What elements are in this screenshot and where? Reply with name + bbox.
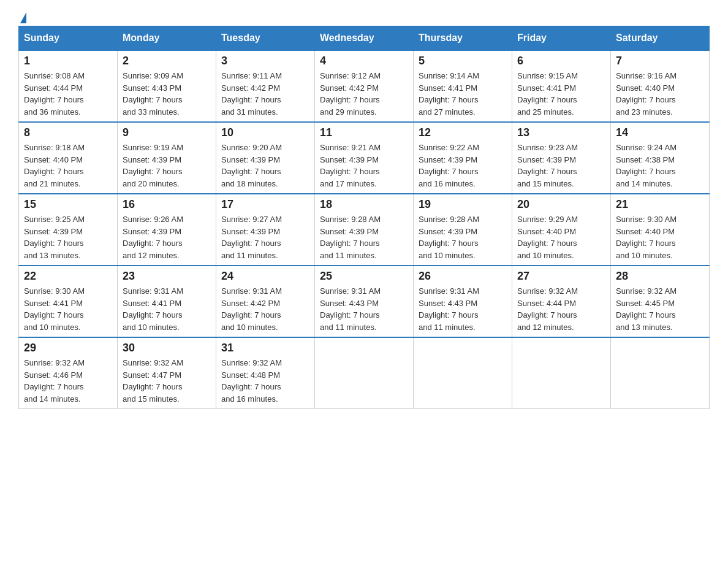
calendar-header-saturday: Saturday bbox=[611, 26, 710, 51]
day-number: 10 bbox=[221, 126, 309, 139]
day-info: Sunrise: 9:25 AM Sunset: 4:39 PM Dayligh… bbox=[24, 213, 112, 261]
calendar-cell: 22 Sunrise: 9:30 AM Sunset: 4:41 PM Dayl… bbox=[19, 266, 118, 337]
day-number: 15 bbox=[24, 198, 112, 211]
day-number: 17 bbox=[221, 198, 309, 211]
logo bbox=[18, 12, 26, 20]
calendar-cell: 17 Sunrise: 9:27 AM Sunset: 4:39 PM Dayl… bbox=[216, 194, 315, 266]
day-info: Sunrise: 9:31 AM Sunset: 4:43 PM Dayligh… bbox=[419, 285, 507, 333]
day-number: 9 bbox=[123, 126, 211, 139]
day-number: 14 bbox=[616, 126, 704, 139]
day-number: 22 bbox=[24, 270, 112, 283]
calendar-cell: 1 Sunrise: 9:08 AM Sunset: 4:44 PM Dayli… bbox=[19, 50, 118, 122]
day-info: Sunrise: 9:26 AM Sunset: 4:39 PM Dayligh… bbox=[123, 213, 211, 261]
calendar-cell: 21 Sunrise: 9:30 AM Sunset: 4:40 PM Dayl… bbox=[611, 194, 710, 266]
day-number: 23 bbox=[123, 270, 211, 283]
day-number: 1 bbox=[24, 55, 112, 67]
day-info: Sunrise: 9:20 AM Sunset: 4:39 PM Dayligh… bbox=[221, 142, 309, 190]
calendar-cell: 31 Sunrise: 9:32 AM Sunset: 4:48 PM Dayl… bbox=[216, 337, 315, 409]
calendar-cell: 14 Sunrise: 9:24 AM Sunset: 4:38 PM Dayl… bbox=[611, 122, 710, 194]
logo-row1 bbox=[18, 12, 26, 23]
day-number: 29 bbox=[24, 342, 112, 354]
calendar-cell: 30 Sunrise: 9:32 AM Sunset: 4:47 PM Dayl… bbox=[118, 337, 216, 409]
day-info: Sunrise: 9:23 AM Sunset: 4:39 PM Dayligh… bbox=[517, 142, 605, 190]
day-info: Sunrise: 9:28 AM Sunset: 4:39 PM Dayligh… bbox=[419, 213, 507, 261]
day-info: Sunrise: 9:29 AM Sunset: 4:40 PM Dayligh… bbox=[517, 213, 605, 261]
day-number: 8 bbox=[24, 126, 112, 139]
day-info: Sunrise: 9:32 AM Sunset: 4:45 PM Dayligh… bbox=[616, 285, 704, 333]
calendar-cell: 19 Sunrise: 9:28 AM Sunset: 4:39 PM Dayl… bbox=[414, 194, 512, 266]
day-number: 24 bbox=[221, 270, 309, 283]
day-number: 20 bbox=[517, 198, 605, 211]
calendar-week-1: 1 Sunrise: 9:08 AM Sunset: 4:44 PM Dayli… bbox=[19, 50, 710, 122]
calendar-cell: 8 Sunrise: 9:18 AM Sunset: 4:40 PM Dayli… bbox=[19, 122, 118, 194]
day-info: Sunrise: 9:27 AM Sunset: 4:39 PM Dayligh… bbox=[221, 213, 309, 261]
day-info: Sunrise: 9:31 AM Sunset: 4:41 PM Dayligh… bbox=[123, 285, 211, 333]
day-info: Sunrise: 9:09 AM Sunset: 4:43 PM Dayligh… bbox=[123, 70, 211, 118]
calendar-cell bbox=[414, 337, 512, 409]
calendar-cell: 4 Sunrise: 9:12 AM Sunset: 4:42 PM Dayli… bbox=[315, 50, 414, 122]
calendar-cell: 9 Sunrise: 9:19 AM Sunset: 4:39 PM Dayli… bbox=[118, 122, 216, 194]
calendar-header-thursday: Thursday bbox=[414, 26, 512, 51]
page-header bbox=[18, 12, 710, 20]
day-info: Sunrise: 9:31 AM Sunset: 4:42 PM Dayligh… bbox=[221, 285, 309, 333]
day-info: Sunrise: 9:32 AM Sunset: 4:46 PM Dayligh… bbox=[24, 357, 112, 405]
day-number: 13 bbox=[517, 126, 605, 139]
day-number: 31 bbox=[221, 342, 309, 354]
calendar-week-4: 22 Sunrise: 9:30 AM Sunset: 4:41 PM Dayl… bbox=[19, 266, 710, 337]
day-number: 6 bbox=[517, 55, 605, 67]
day-info: Sunrise: 9:30 AM Sunset: 4:40 PM Dayligh… bbox=[616, 213, 704, 261]
calendar-week-3: 15 Sunrise: 9:25 AM Sunset: 4:39 PM Dayl… bbox=[19, 194, 710, 266]
day-info: Sunrise: 9:22 AM Sunset: 4:39 PM Dayligh… bbox=[419, 142, 507, 190]
calendar-table: SundayMondayTuesdayWednesdayThursdayFrid… bbox=[18, 26, 710, 409]
day-number: 5 bbox=[419, 55, 507, 67]
calendar-cell: 27 Sunrise: 9:32 AM Sunset: 4:44 PM Dayl… bbox=[512, 266, 611, 337]
calendar-cell: 10 Sunrise: 9:20 AM Sunset: 4:39 PM Dayl… bbox=[216, 122, 315, 194]
calendar-cell: 28 Sunrise: 9:32 AM Sunset: 4:45 PM Dayl… bbox=[611, 266, 710, 337]
calendar-cell bbox=[611, 337, 710, 409]
day-number: 19 bbox=[419, 198, 507, 211]
day-number: 30 bbox=[123, 342, 211, 354]
day-number: 11 bbox=[320, 126, 408, 139]
day-number: 12 bbox=[419, 126, 507, 139]
calendar-header-monday: Monday bbox=[118, 26, 216, 51]
calendar-cell: 7 Sunrise: 9:16 AM Sunset: 4:40 PM Dayli… bbox=[611, 50, 710, 122]
day-info: Sunrise: 9:19 AM Sunset: 4:39 PM Dayligh… bbox=[123, 142, 211, 190]
calendar-cell: 5 Sunrise: 9:14 AM Sunset: 4:41 PM Dayli… bbox=[414, 50, 512, 122]
day-number: 27 bbox=[517, 270, 605, 283]
calendar-cell: 13 Sunrise: 9:23 AM Sunset: 4:39 PM Dayl… bbox=[512, 122, 611, 194]
calendar-cell: 29 Sunrise: 9:32 AM Sunset: 4:46 PM Dayl… bbox=[19, 337, 118, 409]
day-number: 3 bbox=[221, 55, 309, 67]
day-number: 26 bbox=[419, 270, 507, 283]
logo-triangle-icon bbox=[20, 12, 26, 23]
calendar-cell bbox=[512, 337, 611, 409]
calendar-header-sunday: Sunday bbox=[19, 26, 118, 51]
calendar-cell bbox=[315, 337, 414, 409]
day-number: 7 bbox=[616, 55, 704, 67]
day-info: Sunrise: 9:24 AM Sunset: 4:38 PM Dayligh… bbox=[616, 142, 704, 190]
day-info: Sunrise: 9:11 AM Sunset: 4:42 PM Dayligh… bbox=[221, 70, 309, 118]
day-info: Sunrise: 9:28 AM Sunset: 4:39 PM Dayligh… bbox=[320, 213, 408, 261]
day-info: Sunrise: 9:14 AM Sunset: 4:41 PM Dayligh… bbox=[419, 70, 507, 118]
day-number: 4 bbox=[320, 55, 408, 67]
day-info: Sunrise: 9:32 AM Sunset: 4:47 PM Dayligh… bbox=[123, 357, 211, 405]
day-number: 16 bbox=[123, 198, 211, 211]
day-info: Sunrise: 9:31 AM Sunset: 4:43 PM Dayligh… bbox=[320, 285, 408, 333]
calendar-header-row: SundayMondayTuesdayWednesdayThursdayFrid… bbox=[19, 26, 710, 51]
calendar-cell: 3 Sunrise: 9:11 AM Sunset: 4:42 PM Dayli… bbox=[216, 50, 315, 122]
calendar-cell: 15 Sunrise: 9:25 AM Sunset: 4:39 PM Dayl… bbox=[19, 194, 118, 266]
calendar-week-2: 8 Sunrise: 9:18 AM Sunset: 4:40 PM Dayli… bbox=[19, 122, 710, 194]
calendar-cell: 23 Sunrise: 9:31 AM Sunset: 4:41 PM Dayl… bbox=[118, 266, 216, 337]
calendar-cell: 24 Sunrise: 9:31 AM Sunset: 4:42 PM Dayl… bbox=[216, 266, 315, 337]
day-info: Sunrise: 9:30 AM Sunset: 4:41 PM Dayligh… bbox=[24, 285, 112, 333]
calendar-cell: 18 Sunrise: 9:28 AM Sunset: 4:39 PM Dayl… bbox=[315, 194, 414, 266]
day-info: Sunrise: 9:16 AM Sunset: 4:40 PM Dayligh… bbox=[616, 70, 704, 118]
day-number: 25 bbox=[320, 270, 408, 283]
day-info: Sunrise: 9:08 AM Sunset: 4:44 PM Dayligh… bbox=[24, 70, 112, 118]
day-number: 21 bbox=[616, 198, 704, 211]
calendar-header-tuesday: Tuesday bbox=[216, 26, 315, 51]
day-info: Sunrise: 9:21 AM Sunset: 4:39 PM Dayligh… bbox=[320, 142, 408, 190]
day-info: Sunrise: 9:32 AM Sunset: 4:44 PM Dayligh… bbox=[517, 285, 605, 333]
day-number: 2 bbox=[123, 55, 211, 67]
day-info: Sunrise: 9:32 AM Sunset: 4:48 PM Dayligh… bbox=[221, 357, 309, 405]
day-info: Sunrise: 9:18 AM Sunset: 4:40 PM Dayligh… bbox=[24, 142, 112, 190]
